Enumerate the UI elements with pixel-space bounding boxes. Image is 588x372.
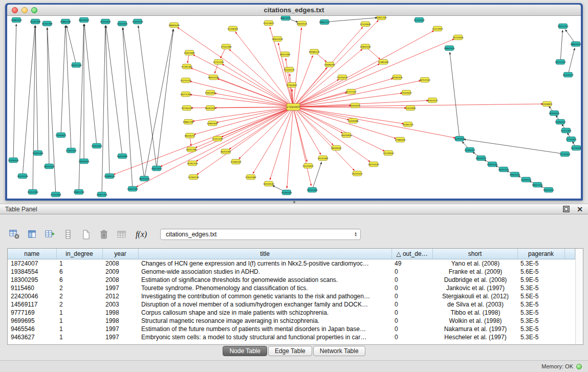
table-cell-name[interactable]: 9699695 — [8, 317, 56, 325]
graph-node[interactable]: 18813074 — [280, 16, 291, 20]
graph-node[interactable]: 16352383 — [186, 147, 197, 152]
graph-edge[interactable] — [316, 53, 326, 62]
table-cell-pagerank[interactable]: 5.3E-5 — [517, 284, 564, 292]
graph-edge[interactable] — [229, 49, 291, 105]
table-vertical-scrollbar[interactable] — [575, 249, 583, 344]
graph-edge[interactable] — [197, 108, 291, 175]
graph-node[interactable]: 16640521 — [296, 21, 308, 26]
graph-node[interactable]: 17552064 — [221, 44, 232, 49]
graph-node[interactable]: 17210354 — [559, 151, 571, 157]
graph-edge[interactable] — [222, 64, 291, 105]
graph-node[interactable]: 17181365 — [181, 64, 192, 69]
column-header-out_degree[interactable]: △ out_de… — [391, 249, 432, 259]
graph-node[interactable]: 18660549 — [168, 23, 180, 28]
graph-edge[interactable] — [295, 109, 321, 155]
table-cell-year[interactable]: 1997 — [102, 284, 138, 292]
function-builder-icon[interactable]: f(x) — [133, 228, 150, 241]
graph-node[interactable]: 16210523 — [562, 72, 574, 77]
table-cell-title[interactable]: Changes of HCN gene expression and I(f) … — [138, 259, 391, 268]
minimize-window-icon[interactable] — [21, 7, 28, 13]
graph-edge[interactable] — [287, 110, 293, 188]
graph-node[interactable]: 14659316 — [132, 19, 143, 24]
table-cell-out_degree[interactable]: 0 — [391, 333, 432, 341]
graph-edge[interactable] — [145, 29, 173, 176]
graph-node[interactable]: 19644554 — [509, 172, 520, 177]
graph-edge[interactable] — [102, 26, 105, 192]
graph-node[interactable]: 14988549 — [104, 173, 115, 179]
graph-node[interactable]: 14275122 — [180, 78, 191, 83]
graph-node[interactable]: 17986932 — [395, 137, 406, 142]
table-cell-short[interactable]: Yano et al. (2008) — [432, 259, 517, 268]
graph-edge[interactable] — [296, 78, 394, 106]
graph-edge[interactable] — [295, 20, 379, 105]
graph-node[interactable]: 13643921 — [205, 90, 216, 95]
table-cell-year[interactable]: 1998 — [102, 317, 138, 325]
graph-edge[interactable] — [35, 26, 38, 150]
graph-node[interactable]: 22049286 — [347, 118, 359, 123]
graph-node[interactable]: 18041255 — [532, 182, 543, 187]
graph-node[interactable]: 15262146 — [187, 161, 198, 166]
graph-edge[interactable] — [295, 108, 370, 162]
graph-edge[interactable] — [367, 48, 380, 59]
table-cell-pagerank[interactable]: 5.9E-5 — [517, 276, 564, 284]
table-cell-in_degree[interactable]: 1 — [56, 325, 102, 333]
table-selector-dropdown[interactable]: citations_edges.txt ▲▼ — [160, 229, 361, 240]
graph-edge[interactable] — [157, 29, 173, 166]
graph-edge[interactable] — [294, 28, 302, 104]
graph-node[interactable]: 19056054 — [78, 159, 90, 164]
graph-edge[interactable] — [136, 108, 291, 187]
table-cell-out_degree[interactable]: 0 — [391, 276, 432, 284]
graph-node[interactable]: 19861791 — [183, 119, 194, 124]
graph-node[interactable]: 19274143 — [555, 59, 566, 64]
graph-node[interactable]: 19664554 — [444, 46, 455, 51]
graph-edge[interactable] — [286, 58, 293, 104]
graph-edge[interactable] — [313, 162, 322, 188]
table-cell-year[interactable]: 2003 — [102, 300, 138, 309]
graph-node[interactable]: 18757510 — [419, 77, 430, 82]
graph-node[interactable]: 12742201 — [213, 59, 224, 64]
edit-table-icon[interactable] — [43, 228, 57, 241]
graph-edge[interactable] — [295, 79, 339, 105]
graph-node[interactable]: 17240455 — [287, 104, 300, 111]
table-row[interactable]: 1830029562008Estimation of significance … — [8, 276, 575, 284]
graph-node[interactable]: 19734933 — [452, 35, 464, 40]
network-canvas[interactable]: 1724045520681030162819901019739819860184… — [7, 16, 581, 199]
close-window-icon[interactable] — [12, 7, 18, 13]
graph-node[interactable]: 11544901 — [405, 105, 416, 111]
table-cell-year[interactable]: 1997 — [102, 325, 138, 333]
table-cell-out_degree[interactable]: 0 — [391, 325, 432, 333]
table-cell-pagerank[interactable]: 5.3E-5 — [517, 333, 564, 341]
table-cell-name[interactable]: 9463627 — [8, 333, 56, 341]
graph-node[interactable]: 14534653 — [302, 163, 314, 168]
graph-edge[interactable] — [123, 28, 133, 186]
graph-edge[interactable] — [214, 93, 291, 106]
table-cell-title[interactable]: Estimation of the future numbers of pati… — [138, 325, 391, 333]
graph-edge[interactable] — [296, 107, 455, 138]
table-cell-title[interactable]: Embryonic stem cells: a model to study s… — [138, 333, 391, 341]
graph-node[interactable]: 16055607 — [100, 19, 111, 24]
graph-node[interactable]: 15495743 — [402, 122, 413, 127]
new-column-icon[interactable] — [79, 228, 93, 241]
table-cell-name[interactable]: 18724007 — [8, 259, 56, 268]
graph-node[interactable]: 17584437 — [230, 159, 242, 164]
graph-node[interactable]: 20681030 — [11, 17, 22, 23]
table-cell-out_degree[interactable]: 49 — [391, 259, 432, 268]
graph-node[interactable]: 18663041 — [570, 41, 581, 47]
graph-node[interactable]: 14850343 — [360, 44, 371, 49]
table-row[interactable]: 911546021997Tourette syndrome. Phenomeno… — [8, 284, 575, 292]
graph-node[interactable]: 12610651 — [117, 21, 128, 26]
tab-network-table[interactable]: Network Table — [313, 346, 365, 356]
close-panel-icon[interactable]: ✕ — [577, 206, 583, 212]
graph-node[interactable]: 19542460 — [307, 187, 318, 192]
graph-node[interactable]: 12520646 — [360, 21, 371, 27]
tab-edge-table[interactable]: Edge Table — [268, 346, 312, 356]
graph-node[interactable]: 16907354 — [96, 192, 107, 197]
table-cell-year[interactable]: 2008 — [102, 276, 138, 284]
graph-node[interactable]: 14190351 — [464, 147, 475, 152]
table-cell-title[interactable]: Structural magnetic resonance image aver… — [138, 317, 391, 325]
graph-edge[interactable] — [560, 30, 562, 59]
tab-node-table[interactable]: Node Table — [223, 346, 267, 356]
graph-edge[interactable] — [462, 142, 468, 148]
table-row[interactable]: 946554611997Estimation of the future num… — [8, 325, 575, 333]
table-cell-out_degree[interactable]: 0 — [391, 268, 432, 276]
